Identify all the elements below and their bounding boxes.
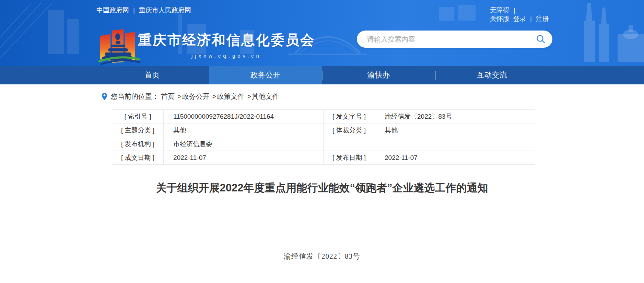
nav-item-gov-affairs[interactable]: 政务公开 [209,66,322,84]
search-box [357,31,552,48]
link-cq-gov[interactable]: 重庆市人民政府网 [139,7,191,14]
search-input[interactable] [367,35,536,43]
breadcrumb-item-policy-files[interactable]: 政策文件 [217,92,244,101]
breadcrumb-item-gov-affairs[interactable]: 政务公开 [182,92,210,101]
site-header: 中国政府网|重庆市人民政府网 无障碍| 关怀版登录|注册 [0,0,644,66]
main-nav: 首页 政务公开 渝快办 互动交流 [0,66,644,84]
link-register[interactable]: 注册 [536,15,549,22]
link-login[interactable]: 登录 [513,15,526,22]
nav-item-label: 渝快办 [367,70,390,80]
site-title: 重庆市经济和信息化委员会 [138,31,315,49]
breadcrumb-separator: > [177,93,182,101]
title-divider [112,204,535,204]
table-row: [ 索引号 ] 11500000009276281J/2022-01164 [ … [112,110,535,123]
header-top-right-links: 无障碍| 关怀版登录|注册 [490,6,549,23]
location-pin-icon [102,93,107,101]
breadcrumb: 您当前的位置： 首页 > 政务公开 > 政策文件 > 其他文件 [0,84,644,109]
breadcrumb-item-other-files[interactable]: 其他文件 [252,92,279,101]
link-china-gov[interactable]: 中国政府网 [96,7,129,14]
nav-item-interaction[interactable]: 互动交流 [435,66,549,84]
nav-item-yukuaiban[interactable]: 渝快办 [322,66,435,84]
meta-value-subject-category: 其他 [164,123,324,137]
meta-label-doc-number: [ 发文字号 ] [324,110,375,123]
table-row: [ 主题分类 ] 其他 [ 体裁分类 ] 其他 [112,123,535,137]
nav-item-label: 政务公开 [250,70,281,80]
document-main: [ 索引号 ] 11500000009276281J/2022-01164 [ … [0,109,644,273]
meta-value-empty [375,137,535,151]
table-row: [ 成文日期 ] 2022-11-07 [ 发布日期 ] 2022-11-07 [112,151,535,165]
meta-value-doc-number: 渝经信发〔2022〕83号 [375,110,535,123]
table-row: [ 发布机构 ] 市经济信息委 [112,137,535,151]
link-accessibility[interactable]: 无障碍 [490,7,510,14]
header-top-bar: 中国政府网|重庆市人民政府网 无障碍| 关怀版登录|注册 [0,0,644,23]
separator-pipe: | [514,7,515,14]
meta-value-publish-date: 2022-11-07 [375,151,535,165]
nav-item-label: 首页 [145,70,160,80]
breadcrumb-separator: > [247,93,251,101]
document-meta-table: [ 索引号 ] 11500000009276281J/2022-01164 [ … [112,109,535,165]
breadcrumb-item-home[interactable]: 首页 [161,92,175,101]
meta-label-empty [324,137,375,151]
document-number: 渝经信发〔2022〕83号 [0,251,644,273]
breadcrumb-prefix: 您当前的位置： [111,92,159,101]
nav-item-home[interactable]: 首页 [96,66,209,84]
meta-value-issuing-agency: 市经济信息委 [164,137,324,151]
meta-value-genre-category: 其他 [375,123,535,137]
site-logo-icon[interactable] [98,28,140,66]
site-url: jjxxw.cq.gov.cn [138,53,315,59]
search-button[interactable] [536,34,546,44]
brand-text: 重庆市经济和信息化委员会 jjxxw.cq.gov.cn [138,31,315,59]
meta-label-written-date: [ 成文日期 ] [112,151,164,165]
document-title: 关于组织开展2022年度重点用能行业能效“领跑者”企业遴选工作的通知 [55,181,589,195]
meta-label-index-number: [ 索引号 ] [112,110,164,123]
meta-value-index-number: 11500000009276281J/2022-01164 [164,110,324,123]
meta-label-genre-category: [ 体裁分类 ] [324,123,375,137]
header-top-left-links: 中国政府网|重庆市人民政府网 [96,6,191,23]
search-icon [536,34,546,44]
nav-item-label: 互动交流 [477,70,507,80]
separator-pipe: | [530,15,532,22]
link-care-mode[interactable]: 关怀版 [490,15,510,22]
meta-label-publish-date: [ 发布日期 ] [324,151,375,165]
meta-value-written-date: 2022-11-07 [164,151,324,165]
meta-label-subject-category: [ 主题分类 ] [112,123,164,137]
breadcrumb-separator: > [212,93,216,101]
meta-label-issuing-agency: [ 发布机构 ] [112,137,164,151]
separator-pipe: | [133,7,135,14]
